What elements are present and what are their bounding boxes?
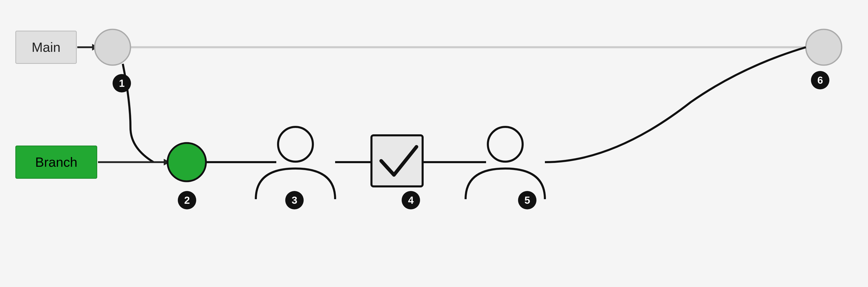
person3-body xyxy=(256,169,335,199)
diagram-svg xyxy=(0,0,868,287)
person3-head xyxy=(278,127,313,162)
checkbox-rect xyxy=(371,135,423,186)
main-start-circle xyxy=(95,29,130,65)
person5-body xyxy=(466,169,545,199)
main-end-circle xyxy=(806,29,842,65)
curve-1-down xyxy=(123,64,154,162)
curve-merge-up xyxy=(545,47,806,162)
branch-start-circle xyxy=(167,143,206,181)
person5-head xyxy=(488,127,523,162)
diagram-container: Main Branch 1 2 3 4 5 6 xyxy=(0,0,868,287)
